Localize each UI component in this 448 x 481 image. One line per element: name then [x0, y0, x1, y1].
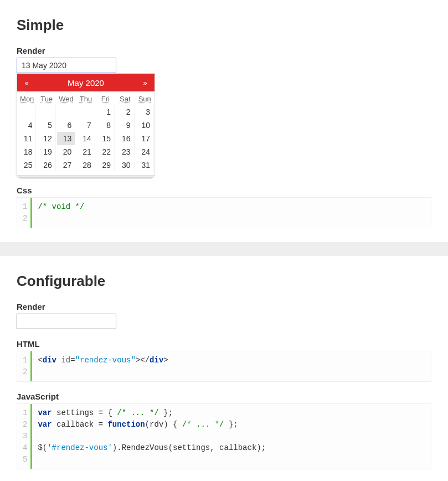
calendar-day-cell[interactable]: 7 [76, 119, 95, 132]
calendar-day-cell[interactable]: 18 [18, 145, 36, 158]
calendar-day-cell[interactable]: 14 [76, 132, 95, 145]
html-label: HTML [17, 339, 431, 349]
js-code-block: 1 2 3 4 5 var settings = { /* ... */ }; … [17, 403, 431, 469]
calendar-day-cell[interactable]: 15 [96, 132, 115, 145]
calendar-day-cell[interactable]: 24 [136, 145, 154, 158]
calendar-day-cell[interactable]: 28 [76, 158, 95, 172]
date-input-configurable[interactable] [17, 314, 116, 329]
section-configurable: Configurable Render HTML 1 2 <div id="re… [0, 256, 448, 481]
calendar-empty-cell [76, 105, 95, 119]
calendar-day-cell[interactable]: 19 [37, 145, 55, 158]
calendar-day-cell[interactable]: 9 [116, 119, 134, 132]
date-input-simple[interactable] [17, 58, 116, 73]
section-title-simple: Simple [17, 17, 431, 34]
calendar-day-cell[interactable]: 20 [57, 145, 75, 158]
calendar-day-cell[interactable]: 27 [57, 158, 75, 172]
calendar-prev-button[interactable]: « [17, 79, 36, 87]
calendar-day-cell[interactable]: 21 [76, 145, 95, 158]
css-code-comment: /* void */ [38, 202, 84, 211]
calendar-day-cell[interactable]: 26 [37, 158, 55, 172]
css-code-content: /* void */ [32, 198, 90, 228]
calendar-popup: « May 2020 » MonTueWedThuFriSatSun123456… [17, 73, 155, 176]
js-code-content: var settings = { /* ... */ }; var callba… [32, 404, 271, 469]
html-code-block: 1 2 <div id="rendez-vous"></div> [17, 351, 431, 382]
calendar-day-cell[interactable]: 31 [136, 158, 154, 172]
calendar-dow: Mon [17, 91, 37, 105]
section-simple: Simple Render « May 2020 » MonTueWedThuF… [0, 0, 448, 242]
calendar-dow: Sat [115, 91, 135, 105]
calendar-day-cell[interactable]: 4 [18, 119, 36, 132]
calendar-day-cell[interactable]: 16 [116, 132, 134, 145]
css-code-gutter: 1 2 [17, 198, 32, 228]
calendar-day-cell[interactable]: 30 [116, 158, 134, 172]
calendar-dow: Thu [76, 91, 95, 105]
calendar-day-cell[interactable]: 22 [96, 145, 115, 158]
calendar-day-cell[interactable]: 3 [136, 105, 154, 119]
calendar-empty-cell [37, 105, 55, 119]
calendar-header: « May 2020 » [17, 74, 155, 91]
calendar-day-cell[interactable]: 11 [18, 132, 36, 145]
render-label-simple: Render [17, 46, 431, 55]
js-label: JavaScript [17, 392, 431, 401]
calendar-grid: MonTueWedThuFriSatSun1234567891011121314… [17, 91, 155, 175]
calendar-day-cell[interactable]: 12 [37, 132, 55, 145]
calendar-day-cell[interactable]: 29 [96, 158, 115, 172]
section-title-configurable: Configurable [17, 273, 431, 290]
calendar-day-cell[interactable]: 2 [116, 105, 134, 119]
calendar-dow: Sun [135, 91, 155, 105]
css-label: Css [17, 186, 431, 195]
calendar-empty-cell [57, 105, 75, 119]
calendar-day-cell[interactable]: 23 [116, 145, 134, 158]
css-code-block: 1 2 /* void */ [17, 197, 431, 228]
calendar-month-title[interactable]: May 2020 [36, 78, 136, 88]
calendar-dow: Tue [37, 91, 56, 105]
calendar-day-cell[interactable]: 1 [96, 105, 115, 119]
calendar-day-cell[interactable]: 25 [18, 158, 36, 172]
calendar-day-cell[interactable]: 13 [57, 132, 75, 145]
calendar-day-cell[interactable]: 8 [96, 119, 115, 132]
calendar-day-cell[interactable]: 17 [136, 132, 154, 145]
calendar-next-button[interactable]: » [136, 79, 155, 87]
calendar-dow: Fri [96, 91, 115, 105]
html-code-gutter: 1 2 [17, 351, 32, 381]
calendar-dow: Wed [56, 91, 76, 105]
html-code-content: <div id="rendez-vous"></div> [32, 351, 173, 381]
calendar-day-cell[interactable]: 10 [136, 119, 154, 132]
js-code-gutter: 1 2 3 4 5 [17, 404, 32, 469]
calendar-day-cell[interactable]: 5 [37, 119, 55, 132]
render-label-configurable: Render [17, 302, 431, 311]
calendar-empty-cell [18, 105, 36, 119]
calendar-day-cell[interactable]: 6 [57, 119, 75, 132]
